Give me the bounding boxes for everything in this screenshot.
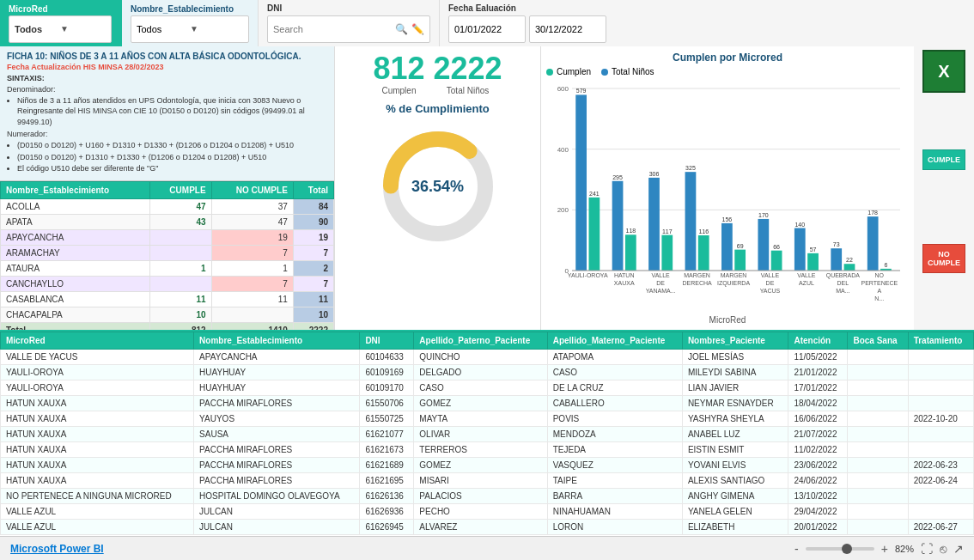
- svg-text:156: 156: [722, 216, 733, 222]
- svg-text:6: 6: [884, 262, 887, 268]
- cell-apellido_m: TEJEDA: [547, 442, 682, 458]
- legend-total: Total Niños: [601, 67, 654, 76]
- stats-row: 812 Cumplen 2222 Total Niños: [342, 53, 533, 95]
- cumple-filter-button[interactable]: CUMPLE: [922, 149, 965, 170]
- cell-microred: HATUN XAUXA: [1, 411, 194, 427]
- cell-microred: HATUN XAUXA: [1, 458, 194, 473]
- sintaxis-label: SINTAXIS:: [7, 74, 45, 82]
- cell-apellido_m: TAIPE: [547, 473, 682, 489]
- fecha-fin-input[interactable]: 30/12/2022: [529, 15, 606, 43]
- cell-establecimiento: JULCAN: [194, 504, 360, 520]
- zoom-in-icon[interactable]: +: [881, 542, 888, 556]
- bottom-table: MicroRedNombre_EstablecimientoDNIApellid…: [0, 332, 974, 535]
- table-row: VALLE AZULJULCAN61626936PECHONINAHUAMANY…: [1, 504, 974, 520]
- expand-icon[interactable]: ↗: [953, 542, 964, 556]
- cell-dni: 61621695: [360, 473, 414, 489]
- cell-nombres: ELIZABETH: [682, 520, 788, 535]
- cell-establecimiento: HUAYHUAY: [194, 365, 360, 380]
- cell-establecimiento: PACCHA MIRAFLORES: [194, 458, 360, 473]
- powerbi-link[interactable]: Microsoft Power BI: [10, 543, 104, 555]
- ficha-header: FICHA 10: NIÑOS DE 3 A 11 AÑOS CON ALTA …: [0, 46, 334, 181]
- cell-apellido_m: DE LA CRUZ: [547, 380, 682, 396]
- cell-atencion: 23/06/2022: [788, 458, 848, 473]
- bottom-col-dni: DNI: [360, 332, 414, 350]
- share-icon[interactable]: ⎋: [940, 542, 947, 556]
- cell-cumple: 43: [149, 214, 211, 229]
- svg-text:YACUS: YACUS: [760, 288, 781, 294]
- cell-atencion: 29/04/2022: [788, 504, 848, 520]
- cell-nombres: EISTIN ESMIT: [682, 442, 788, 458]
- list-item: (D0150 o D0120) + U160 + D1310 + D1330 +…: [17, 140, 327, 151]
- svg-text:N...: N...: [874, 295, 884, 301]
- cell-cumple: 1: [149, 260, 211, 276]
- svg-rect-40: [758, 219, 769, 271]
- cell-total: 11: [293, 291, 333, 307]
- svg-text:325: 325: [685, 165, 696, 171]
- fecha-fin-value: 30/12/2022: [535, 24, 582, 34]
- microred-label: MicroRed: [9, 4, 112, 14]
- search-input[interactable]: [273, 24, 392, 34]
- svg-text:MARGEN: MARGEN: [684, 272, 710, 278]
- zoom-thumb[interactable]: [842, 544, 852, 554]
- svg-rect-10: [575, 94, 587, 271]
- table-header-row: Nombre_Establecimiento CUMPLE NO CUMPLE …: [1, 181, 334, 198]
- table-row: CHACAPALPA1010: [1, 307, 334, 322]
- svg-text:241: 241: [589, 191, 600, 197]
- cell-atencion: 13/10/2022: [788, 489, 848, 504]
- zoom-out-icon[interactable]: -: [794, 542, 799, 556]
- col-nombre: Nombre_Establecimiento: [1, 181, 150, 198]
- table-row: YAULI-OROYAHUAYHUAY60109170CASODE LA CRU…: [1, 380, 974, 396]
- chart-title: Cumplen por Microred: [546, 52, 909, 64]
- svg-rect-41: [771, 251, 782, 271]
- cell-boca_sana: [848, 380, 908, 396]
- excel-icon: X: [938, 62, 949, 82]
- cell-cumple: [149, 276, 211, 291]
- establecimiento-label: Nombre_Establecimiento: [131, 4, 249, 14]
- svg-text:YAULI-OROYA: YAULI-OROYA: [568, 272, 608, 278]
- microred-select[interactable]: Todos ▼: [9, 15, 112, 43]
- table-row: HATUN XAUXAPACCHA MIRAFLORES61550706GOME…: [1, 396, 974, 411]
- cell-total: 19: [293, 229, 333, 245]
- search-icon[interactable]: 🔍: [395, 23, 408, 35]
- zoom-slider[interactable]: [806, 547, 874, 551]
- cell-apellido_p: PECHO: [414, 504, 547, 520]
- fullscreen-icon[interactable]: ⛶: [921, 542, 933, 556]
- svg-rect-15: [612, 181, 624, 271]
- no-cumple-filter-button[interactable]: NOCUMPLE: [922, 244, 965, 273]
- svg-rect-11: [589, 198, 600, 271]
- cell-boca_sana: [848, 473, 908, 489]
- far-right-panel: X CUMPLE NOCUMPLE: [914, 46, 974, 330]
- numerador-label: Numerador:: [7, 130, 48, 138]
- table-row: CASABLANCA111111: [1, 291, 334, 307]
- establecimiento-select[interactable]: Todos ▼: [131, 15, 249, 43]
- svg-rect-34: [721, 223, 733, 271]
- cell-apellido_p: GOMEZ: [414, 396, 547, 411]
- bottom-col-tratamiento: Tratamiento: [908, 332, 973, 350]
- cell-atencion: 18/04/2022: [788, 396, 848, 411]
- list-item: (D0150 o D0120) + D1310 + D1330 + (D1206…: [17, 152, 327, 163]
- svg-text:600: 600: [557, 85, 569, 93]
- cell-establecimiento: SAUSA: [194, 427, 360, 442]
- fecha-inicio-value: 01/01/2022: [454, 24, 502, 34]
- cell-tratamiento: 2022-10-20: [908, 411, 973, 427]
- cell-no-cumple: 7: [211, 245, 293, 260]
- cell-tratamiento: [908, 504, 973, 520]
- svg-text:AZUL: AZUL: [799, 280, 814, 286]
- svg-text:140: 140: [794, 222, 805, 228]
- cell-atencion: 11/05/2022: [788, 350, 848, 365]
- cell-total: 10: [293, 307, 333, 322]
- cell-tratamiento: [908, 365, 973, 380]
- fecha-inicio-input[interactable]: 01/01/2022: [448, 15, 526, 43]
- no-cumple-btn-label: NOCUMPLE: [928, 250, 960, 267]
- clear-search-icon[interactable]: ✏️: [411, 23, 424, 35]
- right-panel: Cumplen por Microred Cumplen Total Niños…: [541, 46, 914, 330]
- cell-nombres: ANGHY GIMENA: [682, 489, 788, 504]
- numerador-section: Numerador: (D0150 o D0120) + U160 + D131…: [7, 129, 327, 173]
- svg-text:IZQUIERDA: IZQUIERDA: [717, 280, 750, 287]
- establecimiento-value: Todos: [137, 24, 190, 34]
- svg-text:VALLE: VALLE: [651, 272, 670, 278]
- cell-nombre: CHACAPALPA: [1, 307, 150, 322]
- cell-tratamiento: 2022-06-24: [908, 473, 973, 489]
- cell-apellido_p: QUINCHO: [414, 350, 547, 365]
- excel-export-button[interactable]: X: [922, 50, 965, 93]
